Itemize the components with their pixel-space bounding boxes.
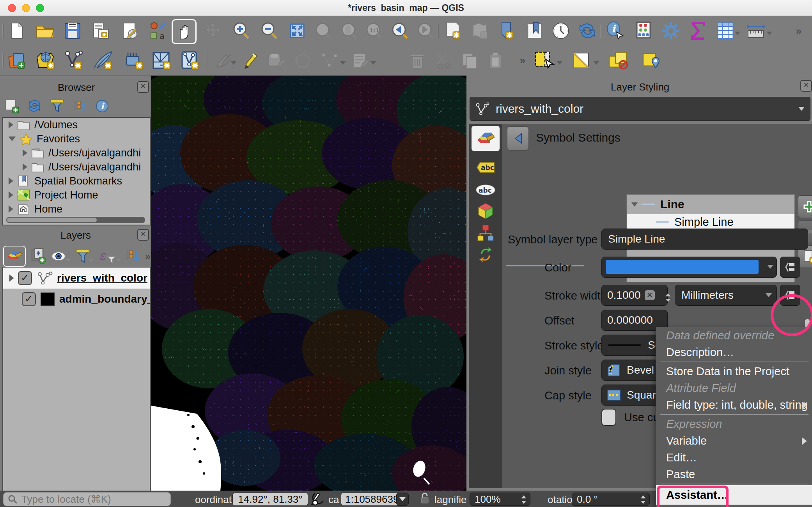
deselect-features-dropdown[interactable]: [594, 61, 599, 65]
copy-features-icon[interactable]: [459, 50, 480, 71]
save-project-icon[interactable]: [62, 20, 83, 42]
toolbar2-overflow[interactable]: »: [512, 50, 534, 71]
styling-layer-selector[interactable]: rivers_with_color: [470, 97, 810, 121]
layer-row-rivers[interactable]: ✓ rivers_with_color: [3, 268, 150, 289]
back-button[interactable]: [507, 126, 529, 151]
new-gpx-layer-icon[interactable]: [179, 50, 200, 71]
new-map-view-icon[interactable]: [441, 20, 463, 42]
lock-scale-icon[interactable]: [420, 492, 430, 505]
add-selected-layers-icon[interactable]: [4, 98, 20, 114]
use-custom-dash-checkbox[interactable]: [601, 409, 616, 426]
select-features-dropdown[interactable]: [557, 61, 562, 65]
close-window-button[interactable]: [8, 4, 16, 12]
layers-panel-close-icon[interactable]: ✕: [137, 229, 149, 241]
save-layer-edits-icon[interactable]: [265, 50, 287, 71]
rotation-value[interactable]: 0.0 °: [572, 493, 650, 506]
symbol-layer-type-field[interactable]: Simple Line: [601, 229, 808, 250]
expander-icon[interactable]: [9, 177, 13, 184]
modify-attributes-icon[interactable]: [349, 50, 371, 71]
color-field[interactable]: [601, 257, 777, 278]
modify-attributes-dropdown[interactable]: [371, 61, 376, 65]
expander-icon[interactable]: [9, 121, 13, 128]
layer-row-admin-boundary[interactable]: ✓ admin_boundary_1: [3, 289, 150, 310]
symbol-tree-root[interactable]: Line: [627, 195, 794, 214]
zoom-in-icon[interactable]: [230, 20, 252, 42]
layer-styling-close-icon[interactable]: ✕: [800, 80, 812, 92]
refresh-map-icon[interactable]: [576, 20, 598, 42]
stroke-width-spinner[interactable]: [665, 293, 671, 302]
coordinate-value[interactable]: 14.92°, 81.33°: [232, 493, 308, 506]
open-project-icon[interactable]: [34, 20, 56, 42]
browser-panel-close-icon[interactable]: ✕: [137, 81, 149, 93]
menu-item-field-type[interactable]: Field type: int, double, string: [656, 397, 812, 413]
add-symbol-layer-button[interactable]: [798, 195, 812, 218]
layers-toolbar-overflow[interactable]: »: [145, 250, 151, 262]
filter-expression-icon[interactable]: ε: [98, 248, 120, 264]
expander-icon[interactable]: [23, 149, 27, 156]
tab-labels[interactable]: abc: [472, 156, 500, 179]
vertex-tool-icon[interactable]: [319, 50, 341, 71]
locate-box[interactable]: [3, 492, 171, 506]
tab-masks[interactable]: abc: [472, 178, 500, 200]
zoom-window-button[interactable]: [36, 4, 44, 12]
collapse-all-icon[interactable]: [72, 98, 87, 114]
expander-icon[interactable]: [23, 163, 27, 170]
magnifier-spinner[interactable]: [521, 495, 527, 504]
measure-line-icon[interactable]: [745, 20, 767, 42]
clear-value-icon[interactable]: ✕: [645, 290, 655, 300]
show-statistics-icon[interactable]: [687, 20, 709, 42]
browser-item-user-folder[interactable]: /Users/ujavalgandhi: [3, 146, 150, 160]
vertex-tool-dropdown[interactable]: [340, 61, 346, 65]
zoom-to-selection-icon[interactable]: [312, 20, 334, 42]
add-polygon-feature-icon[interactable]: [292, 50, 314, 71]
rotation-spinner[interactable]: [640, 495, 646, 504]
statistical-summary-icon[interactable]: [633, 20, 654, 42]
new-geopackage-layer-icon[interactable]: [34, 50, 56, 71]
layer-checkbox[interactable]: ✓: [18, 271, 32, 285]
zoom-to-layer-icon[interactable]: [338, 20, 360, 42]
pan-to-selection-icon[interactable]: [202, 20, 224, 42]
open-attribute-table-icon[interactable]: [714, 20, 736, 42]
browser-item-favorites[interactable]: Favorites: [3, 132, 150, 146]
zoom-native-icon[interactable]: 1:1: [363, 20, 385, 42]
zoom-last-icon[interactable]: [388, 20, 410, 42]
select-by-location-icon[interactable]: [640, 50, 661, 71]
data-source-manager-icon[interactable]: [6, 50, 28, 71]
stroke-width-unit-combo[interactable]: Millimeters: [675, 285, 777, 306]
menu-item-paste[interactable]: Paste: [656, 466, 812, 483]
temporal-controller-icon[interactable]: [550, 20, 572, 42]
tab-3d-view[interactable]: [472, 200, 500, 222]
new-shapefile-layer-icon[interactable]: [62, 50, 84, 71]
deselect-features-icon[interactable]: [570, 50, 592, 71]
minimize-window-button[interactable]: [22, 4, 30, 12]
browser-item-user-folder[interactable]: /Users/ujavalgandhi: [3, 160, 150, 174]
pan-map-tool[interactable]: [172, 19, 197, 44]
manage-visibility-icon[interactable]: [51, 248, 71, 264]
select-by-value-icon[interactable]: [607, 50, 629, 71]
stroke-width-data-defined-override-button[interactable]: [780, 285, 800, 306]
menu-item-assistant[interactable]: Assistant…: [656, 485, 812, 505]
scale-dropdown[interactable]: [396, 493, 409, 506]
paste-features-icon[interactable]: [485, 50, 507, 71]
attribute-table-dropdown[interactable]: [735, 32, 740, 35]
select-features-icon[interactable]: [534, 50, 555, 71]
processing-toolbox-icon[interactable]: [660, 20, 682, 42]
browser-item-spatial-bookmarks[interactable]: Spatial Bookmarks: [3, 174, 150, 188]
identify-features-icon[interactable]: i: [604, 20, 626, 42]
toolbar1-overflow[interactable]: »: [788, 20, 810, 42]
cut-features-icon[interactable]: [433, 50, 455, 71]
new-spatialite-layer-icon[interactable]: [92, 50, 114, 71]
locate-input[interactable]: [21, 493, 163, 506]
extents-pen-icon[interactable]: [310, 492, 324, 506]
delete-selected-icon[interactable]: [406, 50, 428, 71]
open-layer-styling-icon[interactable]: [3, 246, 26, 267]
expander-icon[interactable]: [9, 206, 13, 213]
magnifier-value[interactable]: 100%: [470, 493, 530, 506]
expand-collapse-tree-icon[interactable]: [124, 248, 141, 265]
new-spatial-bookmark-icon[interactable]: [496, 20, 518, 42]
menu-item-description[interactable]: Description…: [656, 344, 812, 361]
new-3d-map-view-icon[interactable]: [469, 20, 491, 42]
expander-icon[interactable]: [9, 191, 13, 199]
browser-properties-icon[interactable]: i: [94, 98, 110, 114]
new-project-icon[interactable]: [6, 20, 28, 42]
